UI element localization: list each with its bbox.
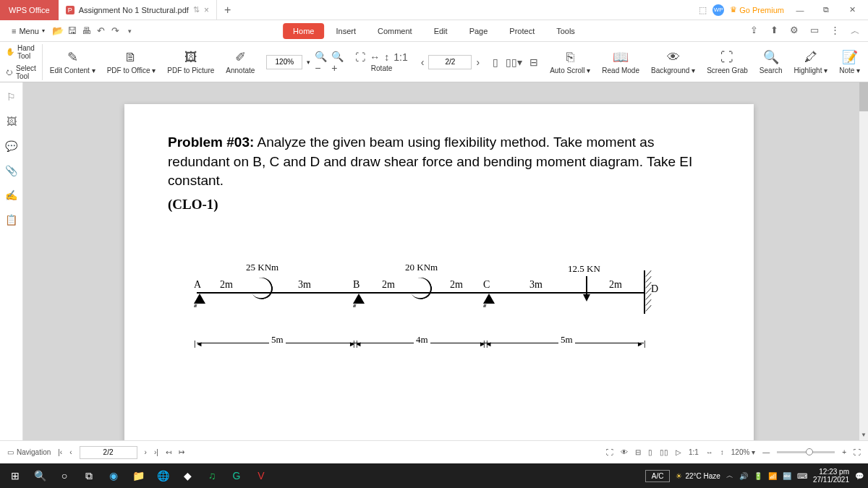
pdf-to-office-button[interactable]: 🗎PDF to Office ▾ [103, 50, 161, 74]
vertical-scrollbar[interactable]: ▲ ▼ [859, 82, 868, 440]
fit-view-status-icon[interactable]: ⛶ [606, 448, 613, 456]
ime-indicator[interactable]: A/C [645, 470, 671, 482]
last-page-icon[interactable]: ›| [154, 448, 158, 456]
fit-height-icon[interactable]: ↕ [384, 51, 389, 63]
read-mode-button[interactable]: 📖Read Mode [597, 49, 644, 74]
task-view-icon[interactable]: ⧉ [78, 466, 100, 486]
share-icon[interactable]: ⇪ [746, 25, 761, 38]
fit-page-icon[interactable]: ⛶ [355, 51, 365, 63]
battery-icon[interactable]: 🔋 [754, 472, 762, 480]
prev-page-icon[interactable]: ‹ [421, 56, 425, 68]
present-icon[interactable]: ▭ [807, 25, 822, 38]
attachment-icon[interactable]: 📎 [4, 163, 19, 178]
screen-grab-button[interactable]: ⛶Screen Grab [702, 50, 752, 74]
undo-icon[interactable]: ↶ [94, 25, 109, 36]
signature-icon[interactable]: ✍ [4, 188, 19, 202]
add-tab-button[interactable]: + [217, 4, 238, 17]
qat-dropdown-icon[interactable]: ▾ [123, 27, 137, 35]
tab-protect[interactable]: Protect [499, 23, 545, 39]
navigation-toggle[interactable]: ▭ Navigation [7, 448, 51, 456]
close-window-button[interactable]: ✕ [842, 5, 862, 14]
bookmark-icon[interactable]: ⚐ [4, 90, 19, 104]
cortana-icon[interactable]: ○ [54, 466, 75, 486]
background-button[interactable]: 👁Background ▾ [647, 50, 699, 74]
zoom-minus-icon[interactable]: — [762, 448, 770, 456]
notifications-icon[interactable]: 💬 [855, 472, 864, 480]
thumbnails-icon[interactable]: 🖼 [4, 114, 19, 129]
eye-status-icon[interactable]: 👁 [621, 448, 628, 456]
vpn-icon[interactable]: V [250, 466, 272, 486]
volume-icon[interactable]: 🔊 [739, 472, 748, 480]
print-icon[interactable]: 🖶 [80, 25, 94, 36]
explorer-icon[interactable]: 📁 [127, 466, 149, 486]
more-icon[interactable]: ⋮ [827, 25, 842, 38]
nav-back-icon[interactable]: ↤ [166, 448, 171, 456]
pdf-to-picture-button[interactable]: 🖼PDF to Picture [163, 50, 218, 74]
search-button[interactable]: 🔍Search [755, 49, 787, 74]
page-status-input[interactable] [80, 446, 137, 459]
minimize-button[interactable]: — [790, 6, 810, 14]
wifi-icon[interactable]: 📶 [768, 472, 777, 480]
start-button[interactable]: ⊞ [4, 466, 26, 486]
chrome-icon[interactable]: 🌐 [152, 466, 174, 486]
fit-width-icon[interactable]: ↔ [370, 51, 380, 63]
prev-page-status-icon[interactable]: ‹ [69, 448, 72, 456]
note-button[interactable]: 📝Note ▾ [835, 49, 864, 74]
nav-fwd-icon[interactable]: ↦ [179, 448, 184, 456]
window-mode-icon[interactable]: ⬚ [699, 5, 707, 15]
settings-icon[interactable]: ⚙ [787, 25, 801, 38]
comments-icon[interactable]: 💬 [4, 139, 19, 153]
zoom-slider[interactable] [777, 451, 835, 453]
next-page-icon[interactable]: › [476, 56, 480, 68]
first-page-icon[interactable]: |‹ [58, 448, 62, 456]
go-premium-button[interactable]: ♛ Go Premium [730, 5, 784, 14]
document-viewport[interactable]: Problem #03: Analyze the given beam usin… [23, 82, 859, 440]
close-icon[interactable]: × [204, 5, 209, 15]
scroll-down-icon[interactable]: ▼ [859, 432, 868, 440]
play-status-icon[interactable]: ▷ [676, 448, 681, 456]
annotate-button[interactable]: ✐Annotate [221, 49, 259, 74]
grammarly-icon[interactable]: G [226, 466, 247, 486]
open-icon[interactable]: 📂 [51, 25, 65, 36]
layout-status-icon[interactable]: ⊟ [635, 448, 641, 456]
scroll-thumb[interactable] [859, 82, 868, 111]
upload-icon[interactable]: ⬆ [767, 25, 781, 38]
language-icon[interactable]: 🔤 [783, 472, 791, 480]
zoom-dropdown-icon[interactable]: ▾ [307, 59, 310, 66]
width-status-icon[interactable]: ↔ [706, 448, 713, 456]
auto-scroll-button[interactable]: ⎘Auto Scroll ▾ [545, 50, 595, 74]
single-page-icon[interactable]: ▯ [493, 56, 498, 68]
two-page-icon[interactable]: ▯▯▾ [506, 56, 522, 68]
keyboard-icon[interactable]: ⌨ [797, 472, 807, 480]
highlight-button[interactable]: 🖍Highlight ▾ [790, 50, 833, 74]
daemon-icon[interactable]: ◆ [176, 466, 198, 486]
zoom-out-icon[interactable]: 🔍− [315, 51, 327, 74]
menu-button[interactable]: ≡ Menu ▾ [6, 24, 51, 38]
height-status-icon[interactable]: ↕ [720, 448, 724, 456]
page-input[interactable] [428, 55, 472, 69]
single-status-icon[interactable]: ▯ [648, 448, 652, 456]
tab-edit[interactable]: Edit [424, 23, 458, 39]
edit-content-button[interactable]: ✎Edit Content ▾ [46, 49, 100, 74]
zoom-plus-icon[interactable]: + [842, 448, 846, 456]
double-status-icon[interactable]: ▯▯ [660, 448, 668, 456]
hand-tool[interactable]: ✋ Hand Tool [6, 44, 36, 60]
save-icon[interactable]: 🖫 [65, 25, 80, 36]
document-tab[interactable]: P Assignment No 1 Structural.pdf ⇅ × [59, 0, 217, 20]
fullscreen-status-icon[interactable]: ⛶ [854, 448, 861, 456]
zoom-input[interactable] [266, 55, 302, 69]
taskbar-search-icon[interactable]: 🔍 [29, 466, 51, 486]
clock[interactable]: 12:23 pm 27/11/2021 [813, 468, 849, 484]
collapse-ribbon-icon[interactable]: ︿ [848, 25, 862, 38]
continuous-icon[interactable]: ⊟ [529, 56, 538, 68]
ratio-status-icon[interactable]: 1:1 [689, 448, 699, 456]
form-icon[interactable]: 📋 [4, 213, 19, 227]
maximize-button[interactable]: ⧉ [816, 5, 836, 14]
weather-widget[interactable]: ☀22°C Haze [676, 472, 720, 480]
edge-icon[interactable]: ◉ [103, 466, 124, 486]
redo-icon[interactable]: ↷ [109, 25, 123, 36]
rotate-label[interactable]: Rotate [371, 64, 392, 72]
zoom-in-icon[interactable]: 🔍+ [331, 51, 344, 74]
next-page-status-icon[interactable]: › [145, 448, 147, 456]
tab-comment[interactable]: Comment [367, 23, 422, 39]
